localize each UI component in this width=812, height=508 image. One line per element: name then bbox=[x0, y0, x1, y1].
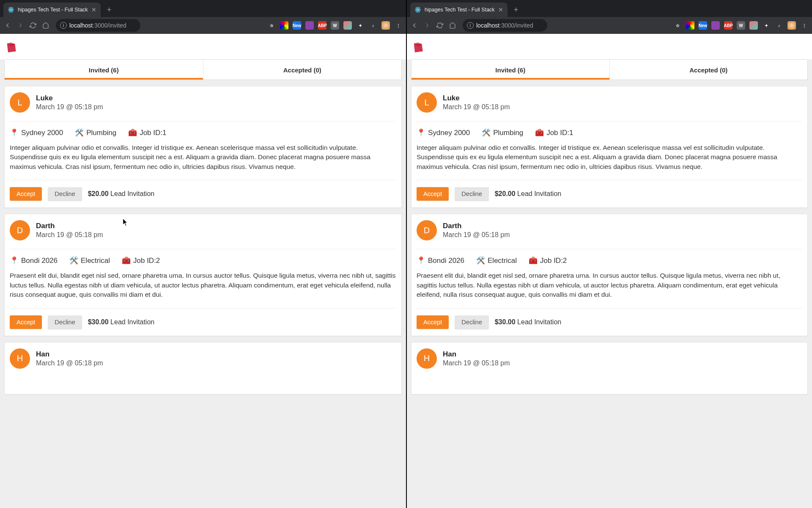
lead-name: Darth bbox=[443, 222, 510, 230]
lead-name: Han bbox=[443, 350, 510, 359]
extension-new-badge[interactable]: New bbox=[293, 21, 301, 30]
app-header bbox=[0, 34, 406, 59]
lead-job-id: Job ID:1 bbox=[140, 129, 166, 137]
decline-button[interactable]: Decline bbox=[48, 315, 82, 329]
extension-icon[interactable] bbox=[305, 21, 314, 30]
browser-menu-icon[interactable]: ⋮ bbox=[394, 21, 403, 30]
accept-button[interactable]: Accept bbox=[417, 187, 449, 201]
extension-icon[interactable] bbox=[749, 21, 758, 30]
pin-icon: 📍 bbox=[10, 128, 19, 137]
lead-timestamp: March 19 @ 05:18 pm bbox=[36, 231, 103, 239]
lead-card: H Han March 19 @ 05:18 pm bbox=[411, 342, 808, 395]
lead-card: D Darth March 19 @ 05:18 pm 📍Bondi 2026 … bbox=[411, 214, 808, 336]
url-host: localhost bbox=[69, 22, 93, 29]
url-port: :3000 bbox=[93, 22, 107, 29]
accept-button[interactable]: Accept bbox=[10, 315, 42, 329]
lead-timestamp: March 19 @ 05:18 pm bbox=[443, 359, 510, 367]
tab-invited[interactable]: Invited (6) bbox=[411, 60, 609, 80]
site-info-icon[interactable]: i bbox=[60, 22, 67, 29]
svg-point-4 bbox=[417, 9, 419, 11]
extension-icon[interactable] bbox=[343, 21, 352, 30]
extension-icon[interactable] bbox=[711, 21, 720, 30]
new-tab-button[interactable]: + bbox=[510, 4, 522, 16]
lead-card: L Luke March 19 @ 05:18 pm 📍Sydney 2000 … bbox=[4, 86, 402, 208]
browser-tab[interactable]: hipages Tech Test - Full Stack ✕ bbox=[3, 3, 101, 17]
forward-button[interactable] bbox=[16, 21, 25, 30]
bookmark-icon[interactable]: ☆ bbox=[673, 21, 682, 30]
decline-button[interactable]: Decline bbox=[455, 187, 488, 201]
new-tab-button[interactable]: + bbox=[103, 4, 115, 16]
home-button[interactable] bbox=[41, 21, 50, 30]
extension-icon[interactable] bbox=[686, 21, 694, 30]
back-button[interactable] bbox=[410, 21, 419, 30]
extension-icon[interactable] bbox=[280, 21, 288, 30]
extensions-menu-icon[interactable]: ✦ bbox=[762, 21, 771, 30]
tools-icon: 🛠️ bbox=[476, 256, 485, 265]
lead-description: Praesent elit dui, blandit eget nisl sed… bbox=[10, 271, 396, 299]
lead-timestamp: March 19 @ 05:18 pm bbox=[36, 359, 103, 367]
tab-accepted[interactable]: Accepted (0) bbox=[203, 60, 402, 80]
lead-location: Sydney 2000 bbox=[428, 129, 470, 137]
reload-button[interactable] bbox=[436, 21, 444, 30]
url-port: :3000 bbox=[499, 22, 514, 29]
profile-avatar[interactable] bbox=[787, 21, 796, 30]
avatar: D bbox=[417, 220, 437, 240]
tab-strip: hipages Tech Test - Full Stack ✕ + bbox=[0, 0, 406, 17]
lead-card: L Luke March 19 @ 05:18 pm 📍Sydney 2000 … bbox=[411, 86, 808, 208]
adblock-icon[interactable]: ABP bbox=[318, 21, 326, 30]
extensions-menu-icon[interactable]: ✦ bbox=[356, 21, 365, 30]
tab-title: hipages Tech Test - Full Stack bbox=[18, 7, 88, 13]
lead-timestamp: March 19 @ 05:18 pm bbox=[443, 103, 510, 111]
reload-button[interactable] bbox=[29, 21, 37, 30]
pin-icon: 📍 bbox=[417, 256, 425, 265]
tab-invited[interactable]: Invited (6) bbox=[5, 60, 203, 80]
home-button[interactable] bbox=[448, 21, 457, 30]
back-button[interactable] bbox=[3, 21, 12, 30]
profile-avatar[interactable] bbox=[381, 21, 390, 30]
tab-accepted[interactable]: Accepted (0) bbox=[609, 60, 808, 80]
address-bar[interactable]: i localhost:3000/invited bbox=[56, 19, 140, 32]
site-info-icon[interactable]: i bbox=[467, 22, 474, 29]
avatar: H bbox=[417, 348, 437, 369]
browser-window-left: hipages Tech Test - Full Stack ✕ + i loc… bbox=[0, 0, 406, 508]
lead-description: Integer aliquam pulvinar odio et convall… bbox=[10, 143, 396, 171]
bookmark-icon[interactable]: ☆ bbox=[267, 21, 276, 30]
lead-price: $30.00 Lead Invitation bbox=[88, 318, 154, 326]
react-icon bbox=[8, 6, 14, 13]
browser-menu-icon[interactable]: ⋮ bbox=[800, 21, 809, 30]
lead-location: Bondi 2026 bbox=[21, 257, 58, 265]
avatar: L bbox=[417, 92, 437, 113]
page-content: Invited (6) Accepted (0) L Luke March 19… bbox=[0, 34, 406, 508]
page-content: Invited (6) Accepted (0) L Luke March 19… bbox=[407, 34, 812, 508]
lead-card: H Han March 19 @ 05:18 pm bbox=[4, 342, 402, 395]
extension-new-badge[interactable]: New bbox=[699, 21, 707, 30]
avatar: H bbox=[10, 348, 30, 369]
accept-button[interactable]: Accept bbox=[417, 315, 449, 329]
decline-button[interactable]: Decline bbox=[48, 187, 82, 201]
decline-button[interactable]: Decline bbox=[455, 315, 488, 329]
extension-icon[interactable]: W bbox=[331, 21, 339, 30]
close-tab-icon[interactable]: ✕ bbox=[498, 6, 503, 13]
extension-icon[interactable]: W bbox=[737, 21, 745, 30]
close-tab-icon[interactable]: ✕ bbox=[91, 6, 96, 13]
media-control-icon[interactable]: ♪ bbox=[775, 21, 783, 30]
browser-tab[interactable]: hipages Tech Test - Full Stack ✕ bbox=[410, 3, 508, 17]
app-logo-icon bbox=[5, 41, 17, 53]
lead-name: Luke bbox=[443, 94, 510, 102]
media-control-icon[interactable]: ♪ bbox=[369, 21, 377, 30]
avatar: L bbox=[10, 92, 30, 113]
accept-button[interactable]: Accept bbox=[10, 187, 42, 201]
lead-price: $30.00 Lead Invitation bbox=[495, 318, 561, 326]
forward-button[interactable] bbox=[423, 21, 431, 30]
lead-name: Luke bbox=[36, 94, 103, 102]
briefcase-icon: 🧰 bbox=[535, 128, 544, 137]
adblock-icon[interactable]: ABP bbox=[724, 21, 732, 30]
app-logo-icon bbox=[412, 41, 424, 53]
lead-category: Electrical bbox=[488, 257, 517, 265]
react-icon bbox=[414, 6, 421, 13]
lead-price: $20.00 Lead Invitation bbox=[495, 190, 561, 198]
address-bar[interactable]: i localhost:3000/invited bbox=[463, 19, 547, 32]
lead-card: D Darth March 19 @ 05:18 pm 📍Bondi 2026 … bbox=[4, 214, 402, 336]
url-path: /invited bbox=[514, 22, 533, 29]
avatar: D bbox=[10, 220, 30, 240]
